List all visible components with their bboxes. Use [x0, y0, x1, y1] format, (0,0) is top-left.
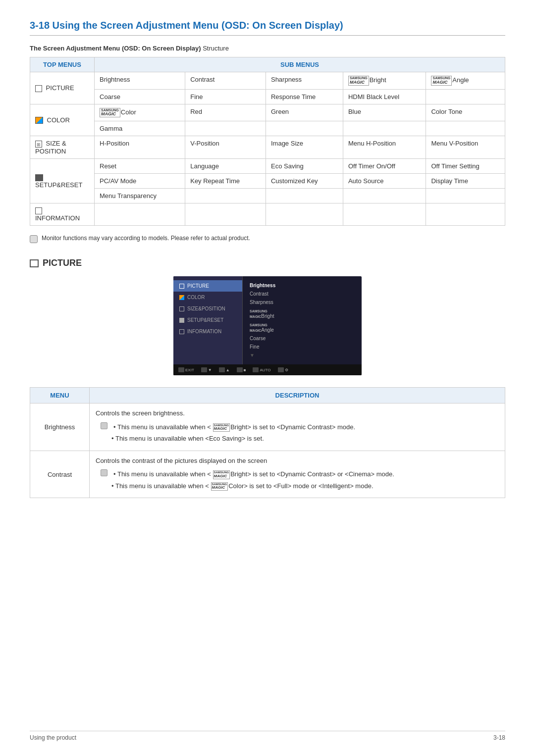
- osd-picture-icon: [179, 284, 184, 289]
- bullet-item: • This menu is unavailable when < SAMSUN…: [101, 469, 499, 479]
- top-menu-setup-reset: SETUP&RESET: [30, 158, 95, 203]
- section-subtitle: The Screen Adjustment Menu (OSD: On Scre…: [30, 45, 505, 52]
- table-row: PICTURE Brightness Contrast Sharpness SA…: [30, 72, 505, 90]
- osd-menu-color: COLOR: [173, 292, 242, 303]
- osd-btn-auto: AUTO: [253, 367, 270, 372]
- osd-item-brightness: Brightness: [250, 281, 355, 290]
- samsung-magic-bright-label: SAMSUNGMAGIC: [348, 76, 369, 86]
- samsung-magic-color-ref: SAMSUNGMAGIC: [211, 482, 228, 491]
- osd-item-coarse: Coarse: [250, 334, 355, 343]
- osd-item-magicbright: SAMSUNGMAGICBright: [250, 306, 355, 320]
- table-row: SETUP&RESET Reset Language Eco Saving Of…: [30, 158, 505, 173]
- table-row: Coarse Fine Response Time HDMI Black Lev…: [30, 89, 505, 104]
- osd-menu-setup-reset: SETUP&RESET: [173, 314, 242, 326]
- table-row: Menu Transparency: [30, 188, 505, 203]
- osd-item-magicangle: SAMSUNGMAGICAngle: [250, 320, 355, 334]
- table-row: ⊞ SIZE & POSITION H-Position V-Position …: [30, 136, 505, 159]
- desc-row-contrast: Contrast Controls the contrast of the pi…: [30, 451, 505, 498]
- top-menu-information: INFORMATION: [30, 203, 95, 226]
- info-icon: [35, 207, 42, 214]
- osd-right-panel: Brightness Contrast Sharpness SAMSUNGMAG…: [243, 276, 362, 375]
- page-footer: Using the product 3-18: [30, 731, 505, 741]
- top-menu-size-position: ⊞ SIZE & POSITION: [30, 136, 95, 159]
- osd-left-panel: PICTURE COLOR SIZE&POSITION SETUP&RESET …: [173, 276, 243, 375]
- desc-header-menu: MENU: [30, 388, 90, 403]
- desc-content-contrast: Controls the contrast of the pictures di…: [90, 451, 505, 498]
- osd-size-icon: [179, 306, 184, 311]
- osd-menu-information: INFORMATION: [173, 326, 242, 337]
- osd-btn-down: ▼: [201, 367, 212, 372]
- footer-left: Using the product: [30, 734, 76, 741]
- osd-setup-icon: [179, 318, 184, 323]
- desc-header-description: DESCRIPTION: [90, 388, 505, 403]
- table-row: Gamma: [30, 121, 505, 136]
- osd-btn-exit: EXIT: [178, 367, 194, 372]
- picture-heading-icon: [30, 259, 39, 267]
- description-table: MENU DESCRIPTION Brightness Controls the…: [30, 387, 505, 498]
- osd-item-sharpness: Sharpness: [250, 298, 355, 306]
- bullet-item: • This menu is unavailable when < SAMSUN…: [101, 481, 499, 491]
- osd-menu-size-position: SIZE&POSITION: [173, 303, 242, 314]
- bullet-item: • This menu is unavailable when < SAMSUN…: [101, 422, 499, 432]
- picture-section-heading: PICTURE: [30, 258, 505, 268]
- color-icon: [35, 117, 43, 124]
- osd-item-contrast: Contrast: [250, 290, 355, 298]
- table-row: INFORMATION: [30, 203, 505, 226]
- header-top-menus: TOP MENUS: [30, 57, 95, 72]
- osd-color-icon: [179, 295, 184, 300]
- desc-content-brightness: Controls the screen brightness. • This m…: [90, 403, 505, 451]
- bullet-item: • This menu is unavailable when <Eco Sav…: [101, 434, 499, 444]
- desc-menu-brightness: Brightness: [30, 403, 90, 451]
- osd-item-fine: Fine: [250, 343, 355, 351]
- osd-info-icon: [179, 329, 184, 334]
- table-row: COLOR SAMSUNGMAGIC Color Red Green Blue …: [30, 104, 505, 121]
- osd-menu-picture: PICTURE: [173, 280, 242, 292]
- osd-bottom-bar: EXIT ▼ ▲ ■ AUTO ⚙: [173, 364, 362, 375]
- samsung-magic-bright-ref: SAMSUNGMAGIC: [213, 423, 230, 432]
- desc-menu-contrast: Contrast: [30, 451, 90, 498]
- footer-right: 3-18: [493, 734, 505, 741]
- picture-icon: [35, 85, 42, 92]
- desc-row-brightness: Brightness Controls the screen brightnes…: [30, 403, 505, 451]
- table-row: PC/AV Mode Key Repeat Time Customized Ke…: [30, 173, 505, 188]
- osd-btn-settings: ⚙: [278, 367, 288, 372]
- setup-icon: [35, 174, 43, 181]
- size-icon: ⊞: [35, 141, 42, 148]
- header-sub-menus: SUB MENUS: [95, 57, 505, 72]
- note-icon: [101, 469, 107, 476]
- note-icon: [30, 235, 38, 243]
- samsung-magic-angle-label: SAMSUNGMAGIC: [431, 76, 452, 86]
- note-text: Monitor functions may vary according to …: [42, 235, 250, 242]
- top-menu-picture: PICTURE: [30, 72, 95, 104]
- page-title: 3-18 Using the Screen Adjustment Menu (O…: [30, 20, 505, 36]
- samsung-magic-color-label: SAMSUNGMAGIC: [100, 108, 120, 118]
- samsung-magic-bright-ref2: SAMSUNGMAGIC: [213, 470, 230, 479]
- top-menu-color: COLOR: [30, 104, 95, 136]
- osd-btn-up: ▲: [219, 367, 230, 372]
- osd-item-more: ▼: [250, 351, 355, 359]
- osd-btn-enter: ■: [237, 367, 246, 372]
- note-icon: [101, 422, 107, 429]
- note-line: Monitor functions may vary according to …: [30, 235, 505, 243]
- osd-structure-table: TOP MENUS SUB MENUS PICTURE Brightness C…: [30, 57, 505, 226]
- osd-screenshot: PICTURE COLOR SIZE&POSITION SETUP&RESET …: [173, 276, 362, 375]
